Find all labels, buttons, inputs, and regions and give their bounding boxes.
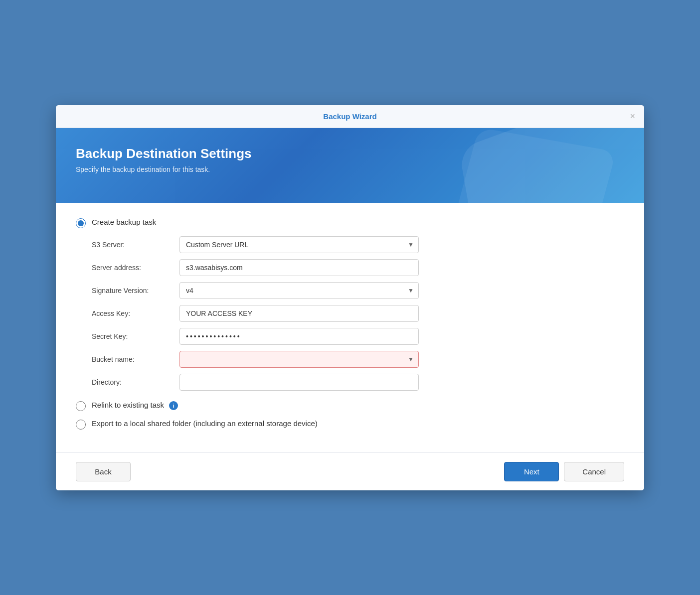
create-backup-label: Create backup task — [92, 218, 156, 226]
relink-info-icon[interactable]: i — [169, 401, 178, 410]
relink-option[interactable]: Relink to existing task i — [76, 401, 624, 411]
relink-radio[interactable] — [76, 401, 86, 411]
bucket-name-control: ▼ — [179, 351, 419, 368]
export-local-option[interactable]: Export to a local shared folder (includi… — [76, 419, 624, 430]
export-local-label: Export to a local shared folder (includi… — [92, 419, 318, 428]
s3-server-control: Custom Server URL Amazon S3 S3-compatibl… — [179, 236, 419, 253]
server-address-input[interactable] — [179, 259, 419, 276]
header-banner: Backup Destination Settings Specify the … — [56, 128, 644, 203]
secret-key-label: Secret Key: — [92, 332, 172, 340]
server-address-row: Server address: — [92, 259, 624, 276]
directory-control — [179, 374, 419, 391]
signature-version-control: v4 v2 ▼ — [179, 282, 419, 299]
s3-server-select[interactable]: Custom Server URL Amazon S3 S3-compatibl… — [179, 236, 419, 253]
next-button[interactable]: Next — [504, 462, 559, 481]
header-title: Backup Destination Settings — [76, 146, 624, 161]
close-button[interactable]: × — [630, 112, 635, 121]
signature-version-select[interactable]: v4 v2 — [179, 282, 419, 299]
secret-key-row: Secret Key: — [92, 328, 624, 345]
directory-row: Directory: — [92, 374, 624, 391]
cancel-button[interactable]: Cancel — [564, 462, 624, 481]
bucket-name-label: Bucket name: — [92, 355, 172, 363]
directory-label: Directory: — [92, 378, 172, 386]
signature-version-label: Signature Version: — [92, 287, 172, 295]
access-key-row: Access Key: — [92, 305, 624, 322]
relink-label: Relink to existing task i — [92, 401, 178, 410]
s3-server-row: S3 Server: Custom Server URL Amazon S3 S… — [92, 236, 624, 253]
footer-right: Next Cancel — [504, 462, 624, 481]
secret-key-control — [179, 328, 419, 345]
bucket-name-row: Bucket name: ▼ — [92, 351, 624, 368]
back-button[interactable]: Back — [76, 462, 131, 481]
backup-wizard-dialog: Backup Wizard × Backup Destination Setti… — [56, 105, 644, 490]
dialog-footer: Back Next Cancel — [56, 452, 644, 490]
directory-input[interactable] — [179, 374, 419, 391]
s3-server-label: S3 Server: — [92, 241, 172, 249]
bucket-name-select[interactable] — [179, 351, 419, 368]
server-address-control — [179, 259, 419, 276]
create-backup-radio[interactable] — [76, 218, 86, 228]
access-key-label: Access Key: — [92, 309, 172, 317]
server-address-label: Server address: — [92, 264, 172, 272]
export-local-radio[interactable] — [76, 420, 86, 430]
create-backup-option[interactable]: Create backup task — [76, 218, 624, 228]
backup-form: S3 Server: Custom Server URL Amazon S3 S… — [92, 236, 624, 391]
access-key-control — [179, 305, 419, 322]
title-bar: Backup Wizard × — [56, 105, 644, 128]
secret-key-input[interactable] — [179, 328, 419, 345]
access-key-input[interactable] — [179, 305, 419, 322]
content-area: Create backup task S3 Server: Custom Ser… — [56, 203, 644, 452]
header-subtitle: Specify the backup destination for this … — [76, 165, 624, 173]
footer-left: Back — [76, 462, 131, 481]
dialog-title: Backup Wizard — [323, 112, 376, 121]
signature-version-row: Signature Version: v4 v2 ▼ — [92, 282, 624, 299]
